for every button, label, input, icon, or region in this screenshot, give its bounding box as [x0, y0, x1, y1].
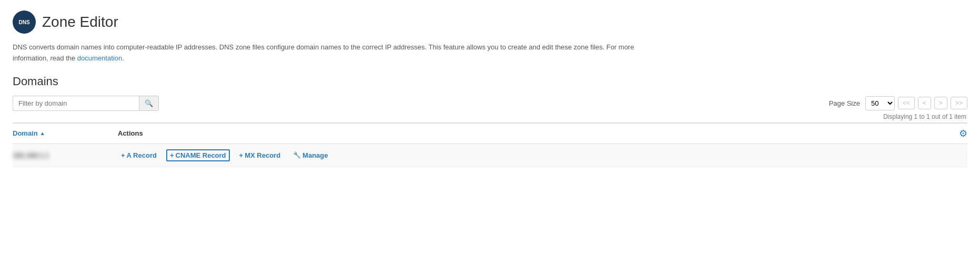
table-header: Domain ▲ Actions ⚙ — [13, 124, 967, 144]
column-settings: ⚙ — [946, 128, 967, 139]
add-cname-record-button[interactable]: + CNAME Record — [166, 149, 230, 161]
mx-record-label: MX Record — [245, 151, 280, 159]
pagination-first-button[interactable]: << — [898, 97, 915, 109]
manage-button[interactable]: 🔧 Manage — [290, 150, 331, 161]
column-domain-label: Domain — [13, 129, 38, 137]
page-size-select[interactable]: 10 25 50 100 — [865, 96, 895, 110]
row-domain: 192.168.1.1 — [13, 151, 118, 159]
manage-label: Manage — [302, 151, 328, 159]
filter-group: 🔍 — [13, 96, 159, 111]
row-actions: + A Record + CNAME Record + MX Record 🔧 … — [118, 149, 946, 161]
pagination-group: Page Size 10 25 50 100 << < > >> — [829, 96, 967, 110]
domains-table: Domain ▲ Actions ⚙ 192.168.1.1 + A Recor… — [13, 122, 967, 167]
toolbar: 🔍 Page Size 10 25 50 100 << < > >> — [13, 96, 967, 111]
page-size-label: Page Size — [829, 99, 860, 107]
cname-record-label: CNAME Record — [176, 151, 226, 159]
domain-name: 192.168.1.1 — [13, 151, 118, 159]
search-button[interactable]: 🔍 — [139, 96, 159, 111]
settings-gear-icon[interactable]: ⚙ — [959, 128, 967, 139]
table-row: 192.168.1.1 + A Record + CNAME Record + … — [13, 144, 967, 167]
documentation-link[interactable]: documentation — [77, 54, 122, 62]
page-description: DNS converts domain names into computer-… — [13, 42, 644, 64]
plus-icon: + — [121, 151, 125, 159]
domains-section-title: Domains — [13, 75, 967, 88]
header-section: DNS Zone Editor — [13, 11, 967, 34]
add-a-record-button[interactable]: + A Record — [118, 150, 160, 161]
pagination-last-button[interactable]: >> — [951, 97, 967, 109]
plus-icon-cname: + — [170, 151, 174, 159]
page-wrapper: DNS Zone Editor DNS converts domain name… — [0, 0, 980, 276]
dns-icon: DNS — [13, 11, 36, 34]
wrench-icon: 🔧 — [293, 151, 301, 159]
add-mx-record-button[interactable]: + MX Record — [236, 150, 284, 161]
dns-icon-text: DNS — [18, 19, 29, 25]
plus-icon-mx: + — [239, 151, 244, 159]
column-actions: Actions — [118, 129, 946, 137]
a-record-label: A Record — [127, 151, 157, 159]
pagination-next-button[interactable]: > — [934, 97, 947, 109]
display-info: Displaying 1 to 1 out of 1 item — [13, 113, 967, 120]
page-title: Zone Editor — [42, 14, 118, 30]
pagination-prev-button[interactable]: < — [918, 97, 931, 109]
filter-input[interactable] — [13, 96, 139, 111]
column-domain[interactable]: Domain ▲ — [13, 129, 118, 137]
sort-arrow-icon: ▲ — [40, 130, 45, 136]
